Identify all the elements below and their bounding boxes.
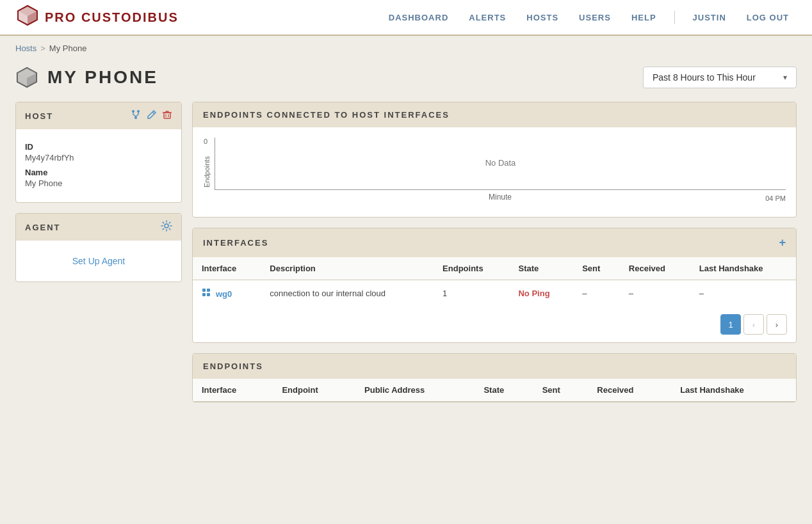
left-panel: HOST (15, 102, 182, 402)
interfaces-header: INTERFACES + (193, 228, 796, 257)
next-page-button[interactable]: › (767, 314, 787, 335)
nav-logout[interactable]: LOG OUT (739, 10, 797, 25)
nav-users[interactable]: USERS (571, 10, 619, 25)
col-interface: Interface (193, 257, 261, 280)
delete-button[interactable] (162, 109, 172, 122)
main-layout: HOST (0, 102, 812, 418)
endpoints-table-head: Interface Endpoint Public Address State … (193, 379, 796, 402)
svg-rect-16 (164, 113, 170, 118)
host-name-label: Name (25, 168, 172, 177)
ep-col-public-address: Public Address (355, 379, 475, 402)
state-no-ping: No Ping (518, 289, 549, 298)
svg-line-14 (136, 115, 138, 116)
navbar: PRO CUSTODIBUS DASHBOARD ALERTS HOSTS US… (0, 0, 812, 36)
host-card-header: HOST (16, 102, 181, 129)
endpoints-section-header: ENDPOINTS (193, 354, 796, 379)
interfaces-table-head: Interface Description Endpoints State Se… (193, 257, 796, 280)
fork-icon (130, 109, 142, 120)
breadcrumb-separator: > (40, 44, 45, 53)
brand-text: PRO CUSTODIBUS (45, 10, 179, 25)
interfaces-table: Interface Description Endpoints State Se… (193, 257, 796, 306)
chevron-down-icon: ▾ (783, 73, 787, 82)
breadcrumb-current: My Phone (49, 44, 87, 53)
page-title: MY PHONE (47, 67, 158, 88)
nav-help[interactable]: HELP (624, 10, 664, 25)
svg-line-13 (133, 115, 136, 116)
ep-col-received: Received (588, 379, 671, 402)
interfaces-table-body: wg0 connection to our internal cloud 1 N… (193, 280, 796, 307)
endpoints-section-title: ENDPOINTS (203, 361, 263, 371)
svg-point-9 (137, 110, 140, 113)
endpoints-chart-header: ENDPOINTS CONNECTED TO HOST INTERFACES (193, 102, 796, 127)
col-last-handshake: Last Handshake (690, 257, 796, 280)
chart-area: 0 No Data 04 PM (215, 138, 786, 190)
ep-col-endpoint: Endpoint (273, 379, 355, 402)
svg-rect-25 (207, 289, 210, 292)
ep-col-interface: Interface (193, 379, 273, 402)
agent-settings-button[interactable] (161, 220, 172, 234)
endpoints-cell: 1 (434, 280, 509, 307)
breadcrumb: Hosts > My Phone (0, 36, 812, 61)
add-interface-button[interactable]: + (779, 236, 786, 250)
host-cube-icon (15, 66, 38, 89)
prev-page-button[interactable]: ‹ (743, 314, 764, 335)
chart-y-label: Endpoints (203, 138, 211, 207)
nav-hosts[interactable]: HOSTS (519, 10, 566, 25)
host-id-value: My4y74rbfYh (25, 153, 172, 163)
setup-agent-link[interactable]: Set Up Agent (21, 246, 176, 276)
endpoints-table: Interface Endpoint Public Address State … (193, 379, 796, 402)
time-selector-label: Past 8 Hours to This Hour (653, 72, 756, 83)
trash-icon (162, 109, 172, 120)
brand: PRO CUSTODIBUS (15, 3, 179, 31)
nav-divider (674, 11, 675, 24)
interfaces-table-header-row: Interface Description Endpoints State Se… (193, 257, 796, 280)
page-icon (15, 66, 38, 89)
host-id-label: ID (25, 142, 172, 152)
endpoints-table-header-row: Interface Endpoint Public Address State … (193, 379, 796, 402)
interface-link-wg0[interactable]: wg0 (216, 289, 232, 299)
col-received: Received (620, 257, 690, 280)
host-card-icons (130, 109, 172, 123)
svg-point-10 (134, 116, 137, 119)
gear-icon (161, 220, 172, 232)
nav-justin[interactable]: JUSTIN (685, 10, 734, 25)
host-card-body: ID My4y74rbfYh Name My Phone (16, 129, 181, 202)
col-sent: Sent (573, 257, 620, 280)
interfaces-title: INTERFACES (203, 238, 268, 248)
edit-button[interactable] (147, 109, 157, 122)
nav-dashboard[interactable]: DASHBOARD (381, 10, 457, 25)
agent-card-header: AGENT (16, 214, 181, 241)
ep-col-state: State (475, 379, 533, 402)
agent-card-title: AGENT (25, 223, 61, 232)
table-row: wg0 connection to our internal cloud 1 N… (193, 280, 796, 307)
grid-icon (202, 288, 211, 297)
host-name-value: My Phone (25, 179, 172, 188)
pagination: 1 ‹ › (193, 306, 796, 342)
svg-point-23 (165, 224, 168, 228)
right-panel: ENDPOINTS CONNECTED TO HOST INTERFACES E… (192, 102, 797, 402)
nav-alerts[interactable]: ALERTS (461, 10, 514, 25)
interfaces-card: INTERFACES + Interface Description Endpo… (192, 228, 797, 343)
agent-card-icons (161, 220, 172, 234)
edit-icon (147, 109, 157, 120)
description-cell: connection to our internal cloud (261, 280, 434, 307)
interface-icon (202, 289, 213, 299)
page-header: MY PHONE Past 8 Hours to This Hour ▾ (0, 61, 812, 102)
page-1-button[interactable]: 1 (720, 314, 741, 335)
sent-cell: – (573, 280, 620, 307)
chart-no-data-label: No Data (485, 158, 516, 168)
svg-point-8 (132, 110, 134, 113)
endpoints-section-card: ENDPOINTS Interface Endpoint Public Addr… (192, 353, 797, 402)
col-description: Description (261, 257, 434, 280)
chart-container: Endpoints 0 No Data 04 PM Minute (193, 127, 796, 217)
time-selector[interactable]: Past 8 Hours to This Hour ▾ (643, 67, 797, 88)
fork-button[interactable] (130, 109, 142, 123)
brand-logo-icon (15, 3, 40, 31)
svg-rect-24 (202, 289, 206, 292)
breadcrumb-parent-link[interactable]: Hosts (15, 44, 37, 53)
chart-x-time-label: 04 PM (765, 195, 786, 202)
ep-col-last-handshake: Last Handshake (671, 379, 796, 402)
chart-zero-label: 0 (204, 138, 207, 145)
page-title-group: MY PHONE (15, 66, 158, 89)
host-card: HOST (15, 102, 182, 203)
